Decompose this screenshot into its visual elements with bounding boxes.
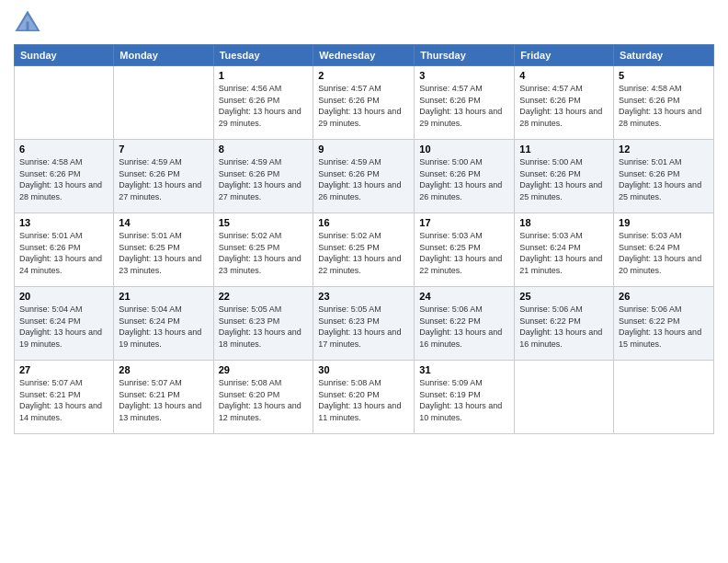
calendar-cell: 1Sunrise: 4:56 AM Sunset: 6:26 PM Daylig…	[213, 66, 313, 140]
calendar-cell: 19Sunrise: 5:03 AM Sunset: 6:24 PM Dayli…	[614, 213, 714, 287]
day-info: Sunrise: 5:00 AM Sunset: 6:26 PM Dayligh…	[519, 156, 609, 202]
calendar-cell: 22Sunrise: 5:05 AM Sunset: 6:23 PM Dayli…	[213, 287, 313, 361]
logo	[14, 9, 45, 37]
calendar-cell: 16Sunrise: 5:02 AM Sunset: 6:25 PM Dayli…	[313, 213, 415, 287]
day-info: Sunrise: 5:09 AM Sunset: 6:19 PM Dayligh…	[419, 377, 509, 423]
calendar-table: SundayMondayTuesdayWednesdayThursdayFrid…	[14, 44, 714, 434]
day-info: Sunrise: 5:08 AM Sunset: 6:20 PM Dayligh…	[219, 377, 309, 423]
calendar-cell: 14Sunrise: 5:01 AM Sunset: 6:25 PM Dayli…	[114, 213, 213, 287]
day-info: Sunrise: 4:56 AM Sunset: 6:26 PM Dayligh…	[219, 83, 309, 129]
day-number: 13	[19, 217, 108, 228]
day-info: Sunrise: 5:06 AM Sunset: 6:22 PM Dayligh…	[519, 304, 609, 350]
day-info: Sunrise: 4:59 AM Sunset: 6:26 PM Dayligh…	[219, 156, 309, 202]
day-number: 22	[219, 291, 309, 302]
calendar-header-row: SundayMondayTuesdayWednesdayThursdayFrid…	[15, 45, 714, 66]
day-info: Sunrise: 5:05 AM Sunset: 6:23 PM Dayligh…	[219, 304, 309, 350]
day-info: Sunrise: 5:02 AM Sunset: 6:25 PM Dayligh…	[219, 230, 309, 276]
calendar-cell	[614, 361, 714, 434]
calendar-weekday-sunday: Sunday	[15, 45, 114, 66]
page: SundayMondayTuesdayWednesdayThursdayFrid…	[0, 0, 728, 563]
calendar-week-row: 6Sunrise: 4:58 AM Sunset: 6:26 PM Daylig…	[15, 140, 714, 213]
day-info: Sunrise: 4:59 AM Sunset: 6:26 PM Dayligh…	[119, 156, 208, 202]
day-info: Sunrise: 4:57 AM Sunset: 6:26 PM Dayligh…	[519, 83, 609, 129]
day-number: 14	[119, 217, 208, 228]
calendar-cell: 26Sunrise: 5:06 AM Sunset: 6:22 PM Dayli…	[614, 287, 714, 361]
calendar-cell	[15, 66, 114, 140]
day-info: Sunrise: 5:07 AM Sunset: 6:21 PM Dayligh…	[119, 377, 208, 423]
day-info: Sunrise: 4:57 AM Sunset: 6:26 PM Dayligh…	[318, 83, 409, 129]
calendar-cell: 4Sunrise: 4:57 AM Sunset: 6:26 PM Daylig…	[515, 66, 614, 140]
calendar-cell: 20Sunrise: 5:04 AM Sunset: 6:24 PM Dayli…	[15, 287, 114, 361]
day-number: 3	[419, 70, 509, 81]
day-number: 4	[519, 70, 609, 81]
calendar-cell: 27Sunrise: 5:07 AM Sunset: 6:21 PM Dayli…	[15, 361, 114, 434]
day-number: 11	[519, 144, 609, 155]
day-number: 25	[519, 291, 609, 302]
calendar-cell: 10Sunrise: 5:00 AM Sunset: 6:26 PM Dayli…	[415, 140, 515, 213]
calendar-cell: 30Sunrise: 5:08 AM Sunset: 6:20 PM Dayli…	[313, 361, 415, 434]
calendar-cell: 13Sunrise: 5:01 AM Sunset: 6:26 PM Dayli…	[15, 213, 114, 287]
calendar-week-row: 1Sunrise: 4:56 AM Sunset: 6:26 PM Daylig…	[15, 66, 714, 140]
calendar-week-row: 27Sunrise: 5:07 AM Sunset: 6:21 PM Dayli…	[15, 361, 714, 434]
calendar-cell: 12Sunrise: 5:01 AM Sunset: 6:26 PM Dayli…	[614, 140, 714, 213]
calendar-cell: 15Sunrise: 5:02 AM Sunset: 6:25 PM Dayli…	[213, 213, 313, 287]
day-info: Sunrise: 4:58 AM Sunset: 6:26 PM Dayligh…	[19, 156, 108, 202]
calendar-weekday-tuesday: Tuesday	[213, 45, 313, 66]
calendar-cell: 28Sunrise: 5:07 AM Sunset: 6:21 PM Dayli…	[114, 361, 213, 434]
day-info: Sunrise: 5:03 AM Sunset: 6:24 PM Dayligh…	[519, 230, 609, 276]
day-info: Sunrise: 5:06 AM Sunset: 6:22 PM Dayligh…	[419, 304, 509, 350]
calendar-cell: 29Sunrise: 5:08 AM Sunset: 6:20 PM Dayli…	[213, 361, 313, 434]
logo-icon	[14, 9, 41, 37]
calendar-cell: 9Sunrise: 4:59 AM Sunset: 6:26 PM Daylig…	[313, 140, 415, 213]
calendar-cell: 21Sunrise: 5:04 AM Sunset: 6:24 PM Dayli…	[114, 287, 213, 361]
day-number: 12	[619, 144, 709, 155]
day-info: Sunrise: 5:03 AM Sunset: 6:24 PM Dayligh…	[619, 230, 709, 276]
calendar-cell: 17Sunrise: 5:03 AM Sunset: 6:25 PM Dayli…	[415, 213, 515, 287]
day-info: Sunrise: 5:08 AM Sunset: 6:20 PM Dayligh…	[318, 377, 409, 423]
day-number: 19	[619, 217, 709, 228]
calendar-cell	[515, 361, 614, 434]
calendar-weekday-thursday: Thursday	[415, 45, 515, 66]
calendar-cell: 3Sunrise: 4:57 AM Sunset: 6:26 PM Daylig…	[415, 66, 515, 140]
day-number: 10	[419, 144, 509, 155]
day-number: 29	[219, 364, 309, 375]
calendar-week-row: 13Sunrise: 5:01 AM Sunset: 6:26 PM Dayli…	[15, 213, 714, 287]
day-info: Sunrise: 5:01 AM Sunset: 6:25 PM Dayligh…	[119, 230, 208, 276]
day-info: Sunrise: 5:04 AM Sunset: 6:24 PM Dayligh…	[119, 304, 208, 350]
calendar-cell: 11Sunrise: 5:00 AM Sunset: 6:26 PM Dayli…	[515, 140, 614, 213]
calendar-weekday-friday: Friday	[515, 45, 614, 66]
calendar-weekday-monday: Monday	[114, 45, 213, 66]
day-info: Sunrise: 4:59 AM Sunset: 6:26 PM Dayligh…	[318, 156, 409, 202]
calendar-cell: 23Sunrise: 5:05 AM Sunset: 6:23 PM Dayli…	[313, 287, 415, 361]
day-number: 5	[619, 70, 709, 81]
calendar-weekday-saturday: Saturday	[614, 45, 714, 66]
day-number: 17	[419, 217, 509, 228]
day-number: 27	[19, 364, 108, 375]
day-info: Sunrise: 5:03 AM Sunset: 6:25 PM Dayligh…	[419, 230, 509, 276]
day-number: 7	[119, 144, 208, 155]
day-info: Sunrise: 5:00 AM Sunset: 6:26 PM Dayligh…	[419, 156, 509, 202]
day-info: Sunrise: 5:07 AM Sunset: 6:21 PM Dayligh…	[19, 377, 108, 423]
day-number: 21	[119, 291, 208, 302]
day-info: Sunrise: 5:06 AM Sunset: 6:22 PM Dayligh…	[619, 304, 709, 350]
calendar-cell: 6Sunrise: 4:58 AM Sunset: 6:26 PM Daylig…	[15, 140, 114, 213]
day-info: Sunrise: 4:58 AM Sunset: 6:26 PM Dayligh…	[619, 83, 709, 129]
day-number: 26	[619, 291, 709, 302]
day-number: 1	[219, 70, 309, 81]
day-info: Sunrise: 5:01 AM Sunset: 6:26 PM Dayligh…	[19, 230, 108, 276]
day-number: 31	[419, 364, 509, 375]
calendar-cell: 18Sunrise: 5:03 AM Sunset: 6:24 PM Dayli…	[515, 213, 614, 287]
day-number: 8	[219, 144, 309, 155]
calendar-cell: 7Sunrise: 4:59 AM Sunset: 6:26 PM Daylig…	[114, 140, 213, 213]
day-number: 2	[318, 70, 409, 81]
day-number: 28	[119, 364, 208, 375]
day-info: Sunrise: 5:04 AM Sunset: 6:24 PM Dayligh…	[19, 304, 108, 350]
calendar-cell: 8Sunrise: 4:59 AM Sunset: 6:26 PM Daylig…	[213, 140, 313, 213]
day-info: Sunrise: 5:02 AM Sunset: 6:25 PM Dayligh…	[318, 230, 409, 276]
day-number: 9	[318, 144, 409, 155]
day-number: 18	[519, 217, 609, 228]
calendar-cell	[114, 66, 213, 140]
calendar-weekday-wednesday: Wednesday	[313, 45, 415, 66]
calendar-cell: 5Sunrise: 4:58 AM Sunset: 6:26 PM Daylig…	[614, 66, 714, 140]
calendar-cell: 31Sunrise: 5:09 AM Sunset: 6:19 PM Dayli…	[415, 361, 515, 434]
